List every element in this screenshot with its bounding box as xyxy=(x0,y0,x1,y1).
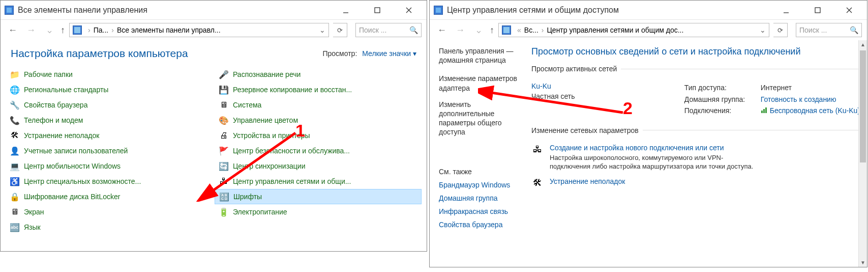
page-title: Настройка параметров компьютера xyxy=(11,47,188,60)
item-label: Рабочие папки xyxy=(24,70,73,78)
maximize-button[interactable] xyxy=(808,3,827,17)
search-input[interactable]: Поиск ... 🔍 xyxy=(355,23,422,37)
sidebar-see-also-heading: См. также xyxy=(439,168,521,176)
sidebar-related-link[interactable]: Брандмауэр Windows xyxy=(439,181,521,189)
control-panel-item[interactable]: 🔋Электропитание xyxy=(215,204,422,220)
homegroup-link[interactable]: Готовность к созданию xyxy=(761,94,836,105)
breadcrumb-segment[interactable]: Вс... xyxy=(524,26,538,34)
control-panel-item[interactable]: 🔄Центр синхронизации xyxy=(215,158,422,174)
item-icon: 🛠 xyxy=(10,130,20,141)
task-new-connection[interactable]: 🖧 Создание и настройка нового подключени… xyxy=(531,144,860,171)
item-icon: 🔠 xyxy=(219,192,229,202)
nav-back-button[interactable]: ← xyxy=(435,23,449,37)
item-label: Региональные стандарты xyxy=(24,86,108,94)
view-value[interactable]: Мелкие значки ▾ xyxy=(362,49,416,58)
control-panel-item[interactable]: 🚩Центр безопасности и обслужива... xyxy=(215,143,422,158)
connection-link[interactable]: Беспроводная сеть (Ku-Ku) xyxy=(761,105,860,117)
search-input[interactable]: Поиск ... 🔍 xyxy=(796,23,862,37)
control-panel-item[interactable]: 🛠Устранение неполадок xyxy=(6,128,213,143)
breadcrumb-dropdown-icon[interactable]: ⌄ xyxy=(319,26,325,34)
close-button[interactable] xyxy=(399,3,418,17)
vertical-scrollbar[interactable]: ▲ ▼ xyxy=(858,40,867,267)
control-panel-item[interactable]: 🔤Язык xyxy=(6,220,213,235)
nav-up-button[interactable]: ↑ xyxy=(61,25,65,36)
active-network-row: Ku-Ku Частная сеть Тип доступа:Интернет … xyxy=(531,82,860,117)
item-label: Управление цветом xyxy=(233,116,298,124)
maximize-button[interactable] xyxy=(368,3,387,17)
control-panel-item[interactable]: 🔧Свойства браузера xyxy=(6,97,213,113)
control-panel-item[interactable]: 👤Учетные записи пользователей xyxy=(6,143,213,158)
control-panel-item[interactable]: 🖥Система xyxy=(215,97,422,113)
refresh-button[interactable]: ⟳ xyxy=(333,23,347,37)
breadcrumb-segment[interactable]: Все элементы панели управл... xyxy=(117,26,221,34)
network-name[interactable]: Ku-Ku xyxy=(531,82,575,90)
control-panel-item[interactable]: 🎤Распознавание речи xyxy=(215,67,422,82)
minimize-button[interactable] xyxy=(336,3,355,17)
nav-back-button[interactable]: ← xyxy=(6,23,20,37)
sidebar-related-link[interactable]: Домашняя группа xyxy=(439,194,521,202)
task-link[interactable]: Устранение неполадок xyxy=(550,177,625,185)
chevron-right-icon: › xyxy=(542,26,544,34)
items-column: 📁Рабочие папки🌐Региональные стандарты🔧Св… xyxy=(6,67,213,235)
task-troubleshoot[interactable]: 🛠 Устранение неполадок xyxy=(531,177,860,189)
sidebar-sharing-settings-link[interactable]: Изменить дополнительные параметры общего… xyxy=(439,100,521,137)
sidebar: Панель управления — домашняя страница Из… xyxy=(430,40,526,267)
breadcrumb[interactable]: › Па... › Все элементы панели управл... … xyxy=(69,23,329,37)
task-link[interactable]: Создание и настройка нового подключения … xyxy=(550,144,763,152)
scroll-up-icon[interactable]: ▲ xyxy=(859,40,867,49)
nav-forward-button[interactable]: → xyxy=(453,23,467,37)
control-panel-item[interactable]: 🔒Шифрование диска BitLocker xyxy=(6,189,213,204)
control-panel-item[interactable]: 🔠Шрифты xyxy=(215,189,422,204)
control-panel-item[interactable]: 📁Рабочие папки xyxy=(6,67,213,82)
control-panel-item[interactable]: 🖨Устройства и принтеры xyxy=(215,128,422,143)
close-button[interactable] xyxy=(840,3,859,17)
nav-recent-dropdown[interactable]: ⌄ xyxy=(42,23,56,37)
scroll-down-icon[interactable]: ▼ xyxy=(859,258,867,267)
refresh-button[interactable]: ⟳ xyxy=(773,23,788,37)
item-label: Распознавание речи xyxy=(233,70,301,78)
search-placeholder: Поиск ... xyxy=(799,26,827,34)
sidebar-adapter-settings-link[interactable]: Изменение параметров адаптера xyxy=(439,74,521,92)
control-panel-item[interactable]: 💾Резервное копирование и восстан... xyxy=(215,82,422,97)
nav-recent-dropdown[interactable]: ⌄ xyxy=(471,23,486,37)
network-plus-icon: 🖧 xyxy=(531,144,544,156)
titlebar: Все элементы панели управления xyxy=(1,1,427,20)
network-center-window: Центр управления сетями и общим доступом… xyxy=(429,0,867,267)
control-panel-item[interactable]: 🖧Центр управления сетями и общи... xyxy=(215,174,422,189)
item-label: Свойства браузера xyxy=(24,101,87,109)
sidebar-related-link[interactable]: Свойства браузера xyxy=(439,221,521,229)
nav-forward-button[interactable]: → xyxy=(24,23,38,37)
item-icon: 👤 xyxy=(10,146,20,156)
titlebar: Центр управления сетями и общим доступом xyxy=(430,1,867,20)
change-settings-label: Изменение сетевых параметров xyxy=(531,126,639,134)
minimize-button[interactable] xyxy=(776,3,796,17)
item-icon: 🔄 xyxy=(219,161,229,171)
item-icon: 🖥 xyxy=(219,100,229,110)
page-title: Просмотр основных сведений о сети и наст… xyxy=(531,45,860,58)
breadcrumb-dropdown-icon[interactable]: ⌄ xyxy=(760,26,766,34)
control-panel-item[interactable]: 📞Телефон и модем xyxy=(6,113,213,128)
item-label: Шифрование диска BitLocker xyxy=(24,193,121,201)
active-networks-label: Просмотр активных сетей xyxy=(531,65,617,73)
control-panel-item[interactable]: ♿Центр специальных возможносте... xyxy=(6,174,213,189)
control-panel-item[interactable]: 💻Центр мобильности Windows xyxy=(6,158,213,174)
connections-label: Подключения: xyxy=(684,105,752,117)
sidebar-home-link[interactable]: Панель управления — домашняя страница xyxy=(439,46,521,65)
troubleshoot-icon: 🛠 xyxy=(531,177,544,189)
control-panel-item[interactable]: 🌐Региональные стандарты xyxy=(6,82,213,97)
nav-up-button[interactable]: ↑ xyxy=(490,25,494,36)
item-icon: 📞 xyxy=(10,115,20,125)
control-panel-item[interactable]: 🎨Управление цветом xyxy=(215,113,422,128)
chevron-right-icon: › xyxy=(88,26,91,34)
control-panel-window: Все элементы панели управления ← → ⌄ ↑ ›… xyxy=(0,0,427,252)
sidebar-related-link[interactable]: Инфракрасная связь xyxy=(439,207,521,215)
breadcrumb-segment[interactable]: Центр управления сетями и общим дос... xyxy=(547,26,683,34)
breadcrumb[interactable]: « Вс... › Центр управления сетями и общи… xyxy=(498,23,769,37)
search-icon: 🔍 xyxy=(409,26,418,34)
control-panel-item[interactable]: 🖥Экран xyxy=(6,204,213,220)
scroll-thumb[interactable] xyxy=(860,50,866,162)
item-label: Центр управления сетями и общи... xyxy=(233,177,351,185)
homegroup-label: Домашняя группа: xyxy=(684,94,752,105)
annotation-marker-1: 1 xyxy=(295,121,305,141)
breadcrumb-segment[interactable]: Па... xyxy=(94,26,109,34)
